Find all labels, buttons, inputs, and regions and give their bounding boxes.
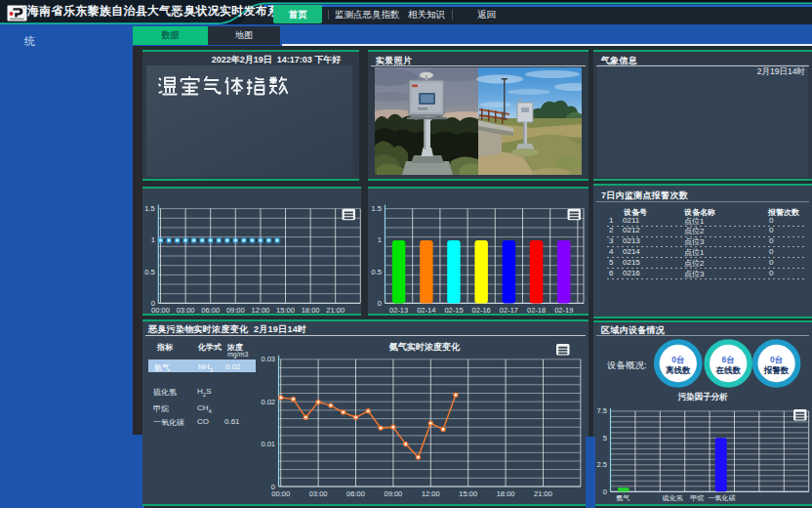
svg-text:03:00: 03:00 [309,489,328,498]
svg-text:0.02: 0.02 [261,398,275,406]
svg-text:12:00: 12:00 [422,489,440,498]
svg-text:21:00: 21:00 [326,306,345,315]
svg-text:09:00: 09:00 [226,306,245,315]
svg-text:1.5: 1.5 [144,204,154,213]
svg-text:甲烷: 甲烷 [690,494,704,502]
svg-text:7.5: 7.5 [597,406,607,415]
svg-text:18:00: 18:00 [497,489,515,498]
svg-text:0.5: 0.5 [144,268,154,276]
svg-text:15:00: 15:00 [459,489,477,498]
svg-text:02-18: 02-18 [527,306,546,315]
svg-text:1: 1 [378,235,382,244]
svg-text:15:00: 15:00 [276,306,295,315]
svg-text:一氧化碳: 一氧化碳 [708,494,735,502]
svg-text:21:00: 21:00 [534,489,552,498]
svg-text:0.01: 0.01 [261,440,275,448]
svg-text:硫化氢: 硫化氢 [662,494,683,502]
svg-text:0.03: 0.03 [261,355,275,363]
svg-text:0: 0 [378,299,382,308]
svg-text:12:00: 12:00 [252,306,270,315]
svg-text:1: 1 [151,235,155,244]
svg-text:5: 5 [603,434,607,443]
svg-text:00:00: 00:00 [271,489,290,498]
svg-text:02-14: 02-14 [417,306,435,315]
svg-text:02-16: 02-16 [472,306,491,315]
svg-text:02-17: 02-17 [500,306,518,315]
svg-text:1.5: 1.5 [372,204,382,213]
svg-text:氨气: 氨气 [616,494,629,501]
svg-text:02-13: 02-13 [389,306,408,315]
svg-text:18:00: 18:00 [302,306,320,315]
svg-text:03:00: 03:00 [177,306,195,315]
svg-text:06:00: 06:00 [201,306,220,315]
svg-text:0.5: 0.5 [372,268,382,276]
svg-text:09:00: 09:00 [385,489,403,498]
svg-text:0: 0 [603,487,607,496]
svg-text:2.5: 2.5 [597,460,607,469]
svg-text:02-19: 02-19 [554,306,573,315]
svg-text:02-15: 02-15 [444,306,463,315]
svg-text:00:00: 00:00 [151,306,170,315]
svg-text:氨气实时浓度变化: 氨气实时浓度变化 [388,341,461,352]
svg-text:06:00: 06:00 [346,489,365,498]
